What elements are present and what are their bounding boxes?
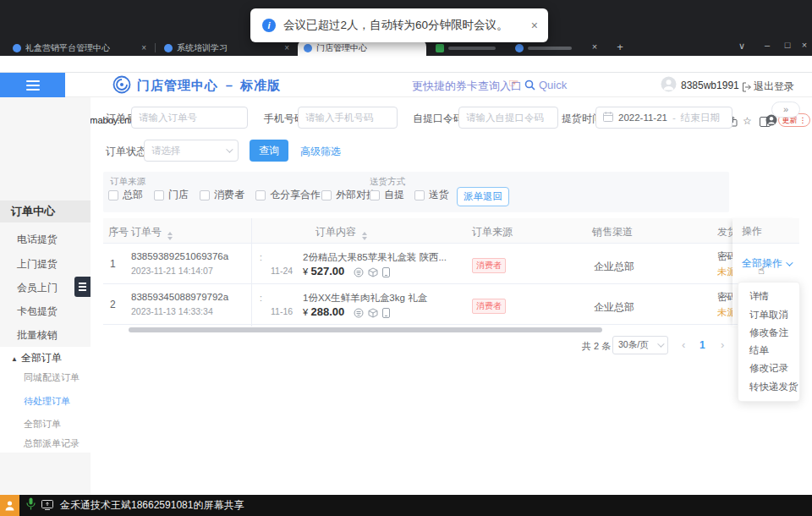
sidebar-item-batch-verify[interactable]: 批量核销 [0,323,91,347]
phone-input[interactable] [298,107,398,129]
search-button[interactable]: 查询 [250,140,288,162]
checkbox-icon[interactable] [200,190,210,200]
username[interactable]: 8385wb1991 [681,80,739,91]
avatar [661,76,677,96]
hidden-col-partial: : [260,252,262,262]
phone-icon[interactable] [382,306,390,321]
sidebar-item-card-pickup[interactable]: 卡包提货 [0,299,91,323]
checkbox-label: 仓分享合作 [270,188,321,202]
source-option-consumer[interactable]: 消费者 [200,188,244,202]
sidebar-subitem-pending-orders[interactable]: 待处理订单 [24,395,91,408]
pickup-code-input[interactable] [458,107,558,129]
pickup-date-partial: 11-16 [271,306,293,316]
source-option-store[interactable]: 门店 [154,188,189,202]
window-minimize-button[interactable]: – [760,40,775,50]
sidebar-group-all-orders[interactable]: ▲全部订单 [11,351,62,365]
sidebar-group-label: 全部订单 [21,352,62,364]
col-action: 操作 [732,218,799,244]
checkbox-icon[interactable] [108,190,118,200]
promo-text[interactable]: 更快捷的券卡查询入口 [412,79,522,94]
pickup-time-range-input[interactable]: 2022-11-21 - 结束日期 [595,107,732,129]
package-icon[interactable] [368,306,378,321]
page-size-select[interactable]: 30条/页 [612,336,668,354]
checkbox-icon[interactable] [255,190,266,200]
tab-favicon [13,44,21,52]
package-icon[interactable] [368,266,378,281]
coupon-icon[interactable] [354,266,364,281]
col-order-no[interactable]: 订单号 [131,225,173,240]
delivery-option-selfpickup[interactable]: 自提 [370,188,404,202]
ship-status-partial: 密码 [717,250,734,263]
sort-icon[interactable] [167,232,173,240]
menu-item-cancel-order[interactable]: 订单取消 [738,309,799,321]
meeting-toast: i 会议已超过2人，自动转为60分钟限时会议。 × [250,8,548,42]
sidebar-toggle-button[interactable] [0,73,65,97]
menu-item-details[interactable]: 详情 [738,290,799,303]
window-close-button[interactable]: × [797,40,812,50]
filters-collapse-button[interactable]: » [771,102,800,118]
advanced-filter-link[interactable]: 高级筛选 [300,145,341,159]
end-date-placeholder[interactable]: 结束日期 [681,112,720,124]
calendar-icon [603,112,613,124]
menu-item-to-express[interactable]: 转快递发货 [738,381,799,393]
sidebar-collapse-handle[interactable] [74,277,91,297]
sidebar-item-door-pickup[interactable]: 上门提货 [0,252,91,276]
star-icon[interactable]: ☆ [743,114,752,128]
tab-search-caret-icon[interactable]: ∨ [734,41,749,52]
dispatch-status-partial: 未派 [717,306,734,319]
horizontal-scrollbar[interactable] [129,327,602,332]
source-option-warehouse-share[interactable]: 仓分享合作 [255,188,321,202]
checkbox-icon[interactable] [154,190,164,200]
menu-item-close-order[interactable]: 结单 [738,344,799,357]
coupon-icon[interactable] [354,306,364,321]
logout-icon[interactable] [742,80,752,96]
chevron-down-icon [657,340,664,347]
tab-gift-platform[interactable]: 礼盒营销平台管理中心 × [7,40,152,56]
order-time: 2023-11-13 14:33:34 [131,306,213,316]
start-date-value[interactable]: 2022-11-21 [618,113,667,123]
url-bar[interactable]: ← → md.maboy.cn/AllOrder?status=1 ☆ 更新 ⋮ [0,56,812,73]
phone-icon[interactable] [382,266,390,281]
sort-icon[interactable] [362,232,367,240]
prev-page-button[interactable]: ‹ [682,338,685,351]
order-status-select[interactable]: 请选择 [144,140,239,162]
sidebar-subitem-hq-dispatch-log[interactable]: 总部派单记录 [24,437,91,450]
source-option-hq[interactable]: 总部 [108,188,143,202]
chevron-down-icon [786,259,793,266]
next-page-button[interactable]: › [721,338,724,351]
delivery-option-delivery[interactable]: 送货 [414,188,449,202]
page-number[interactable]: 1 [700,339,705,351]
row-index: 2 [110,299,116,310]
sidebar-item-phone-pickup[interactable]: 电话提货 [0,228,91,251]
sidebar-subitem-city-delivery[interactable]: 同城配送订单 [24,371,91,384]
quick-link[interactable]: Quick [539,79,567,91]
hand-cursor-icon: ☝ [758,264,765,277]
sidebar-subitem-all-orders[interactable]: 全部订单 [24,418,91,431]
source-option-external[interactable]: 外部对接 [321,188,376,202]
quick-search-icon[interactable] [524,79,535,94]
checkbox-icon[interactable] [321,190,332,200]
window-maximize-button[interactable]: □ [780,40,795,50]
col-content[interactable]: 订单内容 [315,225,367,240]
order-no-input[interactable] [131,107,248,129]
tab-close-icon[interactable]: × [141,43,146,52]
checkbox-icon[interactable] [414,190,425,200]
order-content: 2份精品大果85苹果礼盒装 陕西... [303,251,447,264]
tab-close-icon[interactable]: × [284,43,289,52]
tab-close-icon[interactable]: × [587,41,602,52]
total-count: 共 2 条 [582,340,611,353]
menu-item-edit-note[interactable]: 修改备注 [738,327,799,339]
table-row[interactable] [103,284,799,325]
fixed-column-divider [251,218,252,327]
new-tab-button[interactable]: + [612,41,628,53]
menu-item-edit-history[interactable]: 修改记录 [738,362,799,375]
checkbox-label: 总部 [123,188,143,202]
table-row[interactable] [103,244,799,284]
toast-close-icon[interactable]: × [531,19,538,32]
dispatch-return-button[interactable]: 派单退回 [457,187,509,206]
logout-button[interactable]: 退出登录 [754,80,794,94]
checkbox-icon[interactable] [370,190,380,200]
row-action-cell: 全部操作 ☝ [732,244,799,284]
screen: 礼盒营销平台管理中心 × 系统培训学习 × 门店管理中心 × + ∨ – □ ×… [0,0,812,516]
pointing-hand-icon: ☞ [508,76,519,90]
